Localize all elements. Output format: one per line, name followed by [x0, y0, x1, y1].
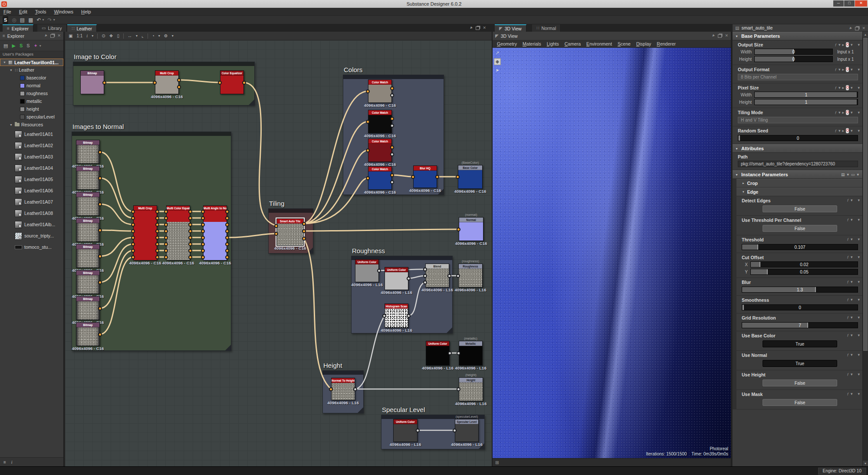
output-port[interactable] — [98, 254, 102, 258]
output-port[interactable] — [390, 124, 394, 128]
menu-icon[interactable]: ▾ — [858, 333, 860, 337]
function-icon[interactable]: ƒ — [847, 198, 849, 202]
tree-item-resource[interactable]: Leather01A08 — [0, 208, 63, 219]
input-port[interactable] — [366, 176, 370, 180]
close-icon[interactable]: ✕ — [483, 26, 486, 30]
input-port[interactable] — [164, 229, 168, 233]
pin-icon[interactable]: ▼ — [468, 25, 473, 30]
tree-item-resource[interactable]: Leather01A05 — [0, 174, 63, 185]
info-icon[interactable]: i — [11, 460, 13, 465]
use-threshold-toggle[interactable]: False — [763, 225, 837, 232]
subsection-crop[interactable]: ▸ Crop — [736, 179, 862, 188]
output-port[interactable] — [390, 180, 394, 184]
input-port[interactable] — [201, 223, 205, 227]
float-window-icon[interactable] — [718, 34, 722, 38]
output-port[interactable] — [155, 236, 159, 240]
input-port[interactable] — [201, 216, 205, 220]
input-port[interactable] — [131, 229, 135, 233]
output-port[interactable] — [416, 429, 420, 432]
preset-icon[interactable]: ▤ — [841, 172, 845, 177]
tree-item-resource[interactable]: Leather01Alb... — [0, 219, 63, 230]
close-icon[interactable]: ✕ — [862, 26, 865, 30]
view3d-menu-item[interactable]: Renderer — [657, 41, 676, 46]
function-icon[interactable]: ƒ — [847, 333, 849, 337]
expand-arrow-icon[interactable]: ▼ — [3, 61, 7, 64]
undo-icon[interactable]: ↶ — [37, 16, 41, 24]
function-icon[interactable]: ƒ — [835, 43, 837, 47]
node-metallic-output[interactable]: Metallic(metallic)4096x4096 - L16 — [459, 341, 483, 366]
node-smart-auto-tile[interactable]: Smart Auto Tile4096x4096 - C16 — [276, 218, 304, 246]
folder-icon[interactable]: ▭ — [851, 172, 855, 177]
function-icon[interactable]: ƒ — [847, 392, 849, 396]
output-port[interactable] — [225, 223, 229, 227]
output-port[interactable] — [225, 216, 229, 220]
connection-mode-icon[interactable]: ↔ — [128, 33, 132, 38]
menu-icon[interactable]: ▾ — [858, 67, 860, 72]
tab-normal-2d[interactable]: ∷ Normal — [532, 24, 561, 32]
dropdown-icon[interactable]: ▾ — [857, 172, 859, 177]
input-port[interactable] — [201, 242, 205, 246]
tree-item-output[interactable]: metallic — [0, 97, 63, 105]
node-bitmap-n8[interactable]: Bitmap4096x4096 - C16 — [76, 322, 100, 346]
node-color-match-2[interactable]: Color Match4096x4096 - C16 — [368, 110, 392, 133]
input-port[interactable] — [131, 216, 135, 220]
input-port[interactable] — [457, 387, 460, 391]
menu-icon[interactable]: ▾ — [858, 315, 860, 320]
function-icon[interactable]: ƒ — [835, 110, 837, 115]
input-port[interactable] — [164, 255, 168, 259]
link-nodes-icon[interactable]: ❖ — [109, 33, 113, 38]
dropdown-icon[interactable]: ▾ — [851, 43, 853, 47]
actual-size-icon[interactable]: 1:1 — [76, 33, 82, 38]
node-color-equalizer[interactable]: Color Equalizer — [220, 70, 244, 94]
smoothness-slider[interactable]: 0 — [742, 304, 858, 310]
output-port[interactable] — [98, 333, 102, 336]
reroute-icon[interactable]: ⌞ — [141, 33, 144, 38]
view3d-menu-item[interactable]: Lights — [547, 41, 559, 46]
record-toggle-icon[interactable] — [846, 67, 849, 72]
output-port[interactable] — [225, 249, 229, 253]
input-port[interactable] — [457, 351, 460, 355]
zoom-icon[interactable]: ⊙ — [102, 33, 105, 38]
input-port[interactable] — [131, 236, 135, 240]
menu-icon[interactable]: ▾ — [858, 255, 860, 259]
expand-arrow-icon[interactable]: ▼ — [10, 69, 13, 72]
tab-explorer[interactable]: ≡ Explorer — [3, 24, 33, 32]
save-icon[interactable]: ▤ — [3, 43, 8, 49]
float-window-icon[interactable] — [855, 27, 859, 30]
output-port[interactable] — [102, 81, 106, 85]
menu-item[interactable]: File — [3, 9, 11, 14]
function-icon[interactable]: ƒ — [835, 86, 837, 90]
pin-icon[interactable]: ▼ — [710, 33, 716, 38]
input-port[interactable] — [274, 224, 278, 228]
dropdown-icon[interactable]: ▾ — [838, 110, 841, 115]
info-icon[interactable]: i — [86, 33, 88, 38]
node-histogram-scan[interactable]: Histogram Scan4096x4096 - L16 — [385, 303, 408, 328]
dropdown-icon[interactable]: ▾ — [851, 255, 853, 259]
input-port[interactable] — [456, 274, 460, 278]
cut-offset-y-slider[interactable]: 0.05 — [750, 269, 858, 275]
output-port[interactable] — [188, 229, 192, 233]
input-port[interactable] — [366, 120, 370, 124]
output-port[interactable] — [390, 173, 394, 177]
tree-item-graph[interactable]: ▼ ∷ Leather — [0, 66, 63, 74]
tree-item-resource[interactable]: Leather01A02 — [0, 140, 63, 151]
node-multi-crop-normal[interactable]: Multi Crop4096x4096 - C16 — [133, 205, 157, 261]
output-port[interactable] — [390, 145, 394, 149]
output-port[interactable] — [177, 85, 181, 89]
node-bitmap-n6[interactable]: Bitmap4096x4096 - C16 — [76, 270, 100, 294]
record-toggle-icon[interactable] — [846, 128, 849, 133]
output-port[interactable] — [390, 86, 394, 90]
input-port[interactable] — [164, 223, 168, 227]
output-port[interactable] — [447, 274, 451, 278]
collapse-arrow-icon[interactable]: ▼ — [735, 35, 738, 38]
output-port[interactable] — [188, 210, 192, 214]
node-uniform-color-2[interactable]: Uniform Color4096x4096 - L16 — [385, 267, 408, 290]
pixel-height-slider[interactable]: 1 — [754, 99, 858, 105]
tree-item-resource[interactable]: Leather01A04 — [0, 162, 63, 174]
popout-icon[interactable]: ↗ — [494, 49, 501, 56]
menu-icon[interactable]: ▾ — [858, 198, 860, 202]
play-icon[interactable]: ▶ — [12, 43, 15, 49]
scrollbar-thumb[interactable] — [863, 38, 868, 351]
node-bitmap-n1[interactable]: Bitmap4096x4096 - C16 — [76, 140, 100, 164]
collapse-arrow-icon[interactable]: ▾ — [743, 190, 744, 194]
